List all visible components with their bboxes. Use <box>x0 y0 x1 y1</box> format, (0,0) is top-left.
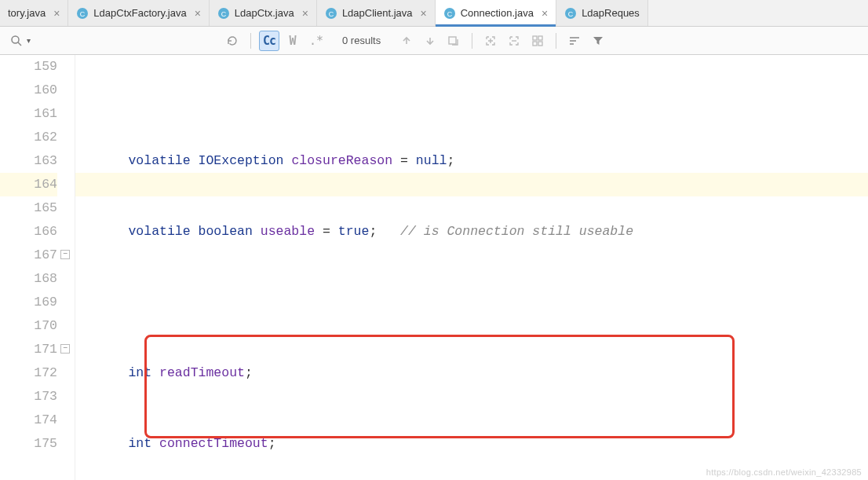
svg-text:C: C <box>447 9 452 17</box>
search-icon[interactable] <box>6 31 27 51</box>
svg-rect-13 <box>533 36 537 40</box>
svg-rect-16 <box>538 42 542 46</box>
tab-file-3[interactable]: C LdapClient.java × <box>317 0 436 26</box>
select-all-occurrences-icon[interactable] <box>527 31 548 51</box>
line-number: 172 <box>0 361 57 385</box>
chevron-down-icon[interactable]: ▾ <box>27 36 31 45</box>
code-token: int <box>128 365 151 380</box>
java-class-icon: C <box>76 7 89 20</box>
close-icon[interactable]: × <box>542 8 548 19</box>
add-selection-icon[interactable] <box>480 31 501 51</box>
remove-selection-icon[interactable] <box>504 31 524 51</box>
tab-file-4[interactable]: C Connection.java × <box>436 0 556 26</box>
search-history-icon[interactable] <box>222 31 243 51</box>
close-icon[interactable]: × <box>302 8 308 19</box>
tab-label: LdapClient.java <box>342 7 413 19</box>
line-number: 160 <box>0 79 57 102</box>
code-token: volatile <box>128 224 190 239</box>
svg-text:C: C <box>568 9 574 17</box>
svg-line-11 <box>18 42 21 46</box>
regex-button[interactable]: .* <box>306 31 326 51</box>
code-token: IOException <box>199 153 284 168</box>
line-number: 163 <box>0 149 57 173</box>
close-icon[interactable]: × <box>421 8 427 19</box>
svg-point-10 <box>12 36 19 43</box>
svg-rect-12 <box>449 37 456 44</box>
code-token: volatile <box>128 153 190 168</box>
code-token: ; <box>447 153 454 168</box>
line-number: 175 <box>0 432 57 456</box>
code-token: ; <box>245 365 253 380</box>
code-token: closureReason <box>291 153 392 168</box>
line-number: 171 <box>0 338 57 361</box>
code-token: true <box>338 224 370 239</box>
filter-settings-icon[interactable] <box>564 31 585 51</box>
java-class-icon: C <box>325 7 337 20</box>
line-number: 169 <box>0 291 57 314</box>
code-token: = <box>315 224 338 239</box>
code-token: readTimeout <box>159 365 245 380</box>
select-all-icon[interactable] <box>443 31 464 51</box>
code-token: useable <box>261 224 315 239</box>
results-count: 0 results <box>330 35 393 46</box>
tab-file-0[interactable]: tory.java × <box>0 0 68 26</box>
tab-label: LdapCtx.java <box>235 7 294 19</box>
line-number: 166 <box>0 220 57 244</box>
line-number: 170 <box>0 314 57 338</box>
current-line-highlight <box>75 173 868 196</box>
close-icon[interactable]: × <box>195 8 201 19</box>
separator <box>472 33 472 49</box>
code-token: int <box>128 436 151 451</box>
line-number: 167 <box>0 244 57 267</box>
tab-label: LdapReques <box>582 7 640 19</box>
java-class-icon: C <box>217 7 230 20</box>
code-token: = <box>392 153 416 168</box>
editor-tabs: tory.java × C LdapCtxFactory.java × C Ld… <box>0 0 868 27</box>
line-gutter: 159 160 161 162 163 164 165 166 167 168 … <box>0 55 75 480</box>
svg-rect-14 <box>538 36 542 40</box>
close-icon[interactable]: × <box>53 8 60 19</box>
code-area[interactable]: volatile IOException closureReason = nul… <box>75 55 868 480</box>
filter-icon[interactable] <box>588 31 608 51</box>
line-number: 161 <box>0 102 57 126</box>
annotation-box <box>144 335 735 438</box>
fold-marker-icon[interactable]: − <box>60 344 70 354</box>
tab-label: tory.java <box>8 7 46 19</box>
java-class-icon: C <box>564 7 577 20</box>
code-token: // is Connection still useable <box>400 224 633 239</box>
fold-marker-icon[interactable]: − <box>60 250 70 259</box>
svg-text:C: C <box>221 9 227 17</box>
code-token: connectTimeout <box>159 436 268 451</box>
match-case-button[interactable]: Cc <box>259 31 279 51</box>
tab-file-2[interactable]: C LdapCtx.java × <box>210 0 317 26</box>
svg-text:C: C <box>80 9 86 17</box>
java-class-icon: C <box>443 7 456 20</box>
svg-text:C: C <box>329 9 334 17</box>
line-number: 173 <box>0 385 57 409</box>
code-token: null <box>416 153 447 168</box>
line-number: 159 <box>0 55 57 79</box>
tab-file-1[interactable]: C LdapCtxFactory.java × <box>68 0 209 26</box>
watermark: https://blog.csdn.net/weixin_42332985 <box>706 467 862 477</box>
code-token: ; <box>369 224 377 239</box>
line-number: 162 <box>0 126 57 149</box>
line-number: 174 <box>0 409 57 432</box>
separator <box>250 33 251 49</box>
separator <box>556 33 556 49</box>
code-token: boolean <box>199 224 253 239</box>
line-number: 168 <box>0 267 57 291</box>
line-number: 165 <box>0 196 57 220</box>
next-match-icon[interactable] <box>420 31 440 51</box>
tab-file-5[interactable]: C LdapReques <box>556 0 648 26</box>
tab-label: LdapCtxFactory.java <box>93 7 186 19</box>
find-toolbar: ▾ Cc W .* 0 results <box>0 27 868 55</box>
tab-label: Connection.java <box>461 7 534 19</box>
code-token: ; <box>268 436 276 451</box>
svg-rect-15 <box>533 42 537 46</box>
words-button[interactable]: W <box>283 31 303 51</box>
prev-match-icon[interactable] <box>396 31 417 51</box>
line-number: 164 <box>0 173 57 196</box>
code-editor[interactable]: 159 160 161 162 163 164 165 166 167 168 … <box>0 55 868 480</box>
